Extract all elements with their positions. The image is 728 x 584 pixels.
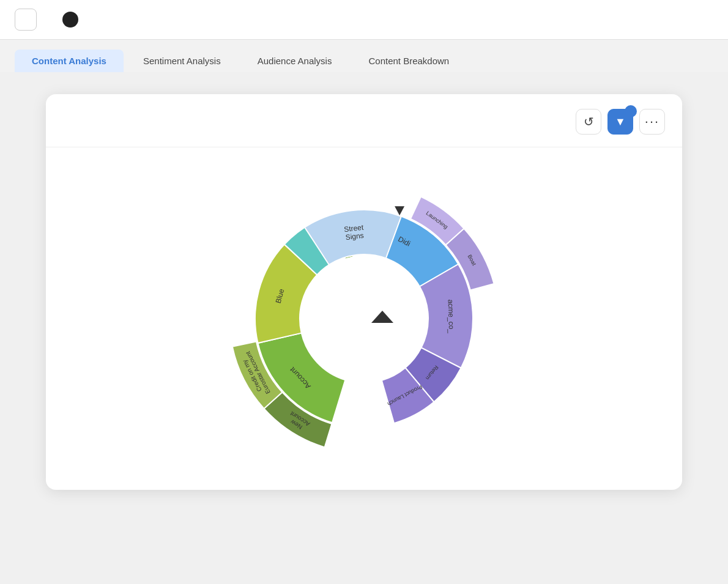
segment-label-acme_co_: acme_co_ (447, 299, 456, 333)
refresh-icon: ↺ (584, 114, 594, 129)
tab-content-breakdown[interactable]: Content Breakdown (351, 50, 466, 72)
main-card: ↺ ▼ ··· .seg-label { font-family: -apple… (46, 94, 682, 490)
header (0, 0, 728, 40)
info-button[interactable] (62, 12, 78, 28)
filter-icon: ▼ (615, 116, 626, 128)
tab-sentiment-analysis[interactable]: Sentiment Analysis (126, 50, 238, 72)
tab-audience-analysis[interactable]: Audience Analysis (240, 50, 349, 72)
main-content: ↺ ▼ ··· .seg-label { font-family: -apple… (0, 72, 728, 584)
more-options-button[interactable]: ··· (639, 109, 665, 135)
segment-label-street-signs: StreetSigns (344, 223, 366, 242)
donut-hole (301, 256, 427, 382)
chart-area: .seg-label { font-family: -apple-system,… (46, 147, 682, 490)
card-header: ↺ ▼ ··· (46, 94, 682, 147)
star-button[interactable] (15, 9, 37, 31)
tab-bar: Content Analysis Sentiment Analysis Audi… (0, 40, 728, 72)
tab-content-analysis[interactable]: Content Analysis (15, 50, 124, 72)
more-icon: ··· (645, 114, 659, 130)
donut-chart: .seg-label { font-family: -apple-system,… (211, 166, 517, 471)
card-actions: ↺ ▼ ··· (576, 109, 665, 135)
filter-button[interactable]: ▼ (607, 109, 633, 135)
refresh-button[interactable]: ↺ (576, 109, 601, 135)
filter-badge (625, 105, 637, 117)
